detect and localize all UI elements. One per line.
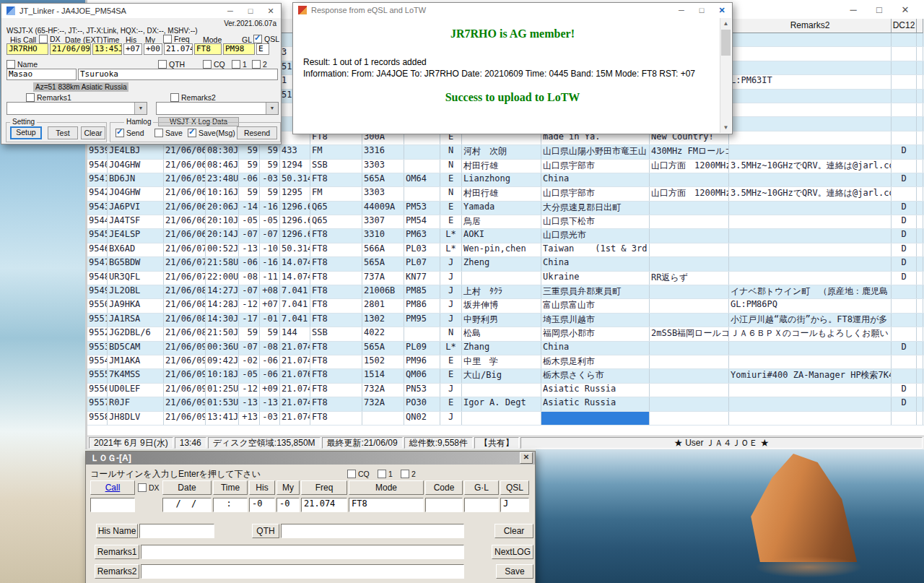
log-cell-qth[interactable]: 山口県山陽小野田市竜王山: [541, 145, 650, 158]
log-cell-freq[interactable]: 1295: [280, 187, 310, 200]
log-cell-time[interactable]: 08:30J: [206, 145, 239, 158]
log-cell-date[interactable]: 21/06/09: [164, 342, 206, 355]
log-mode-input[interactable]: FT8: [349, 498, 424, 512]
column-header-rem2[interactable]: Remarks2: [729, 19, 892, 33]
log-cell-name[interactable]: Lianzhong: [462, 173, 541, 186]
log-cell-rem2[interactable]: [729, 342, 892, 355]
gl-field[interactable]: PM98: [223, 43, 255, 55]
log-cell-rem2[interactable]: [729, 33, 892, 46]
log-cell-freq[interactable]: 21.076: [280, 369, 310, 382]
log-cell-name[interactable]: Wen-pin,chen: [462, 243, 541, 256]
log-cell-freq[interactable]: 144: [280, 327, 310, 340]
log-cell-flag[interactable]: J: [440, 285, 462, 298]
log-cell-my[interactable]: -06: [260, 369, 280, 382]
log-cell-mode[interactable]: FT8: [310, 397, 362, 410]
log-cell-fill[interactable]: [917, 342, 923, 355]
jt-minimize-button[interactable]: ─: [220, 7, 240, 15]
log-cell-rem2[interactable]: 3.5MHz~10GHzでQRV。連絡は@jarl.com: [729, 187, 892, 200]
log-cell-rem2[interactable]: L:PM63IT: [729, 75, 892, 88]
log-cell-time[interactable]: 21:50J: [206, 327, 239, 340]
log-cell-my[interactable]: -03: [260, 173, 280, 186]
log-cell-fill[interactable]: [917, 202, 923, 215]
log-cell-my[interactable]: +08: [260, 285, 280, 298]
log-cell-fill[interactable]: [917, 187, 923, 200]
log-cell-code[interactable]: 565A: [362, 342, 404, 355]
log-cell-time[interactable]: 21:58U: [206, 257, 239, 270]
log-cell-rem2[interactable]: Yomiuri#400 ZA-Manager HP検索7K4MSS: [729, 369, 892, 382]
log-cell-rem2[interactable]: [729, 229, 892, 242]
nextlog-button[interactable]: NextLOG: [492, 545, 533, 559]
main-maximize-button[interactable]: □: [866, 4, 892, 15]
log-cell-his[interactable]: -12: [239, 299, 260, 312]
log-cell-freq[interactable]: 14.074: [280, 257, 310, 270]
log-cell-gl[interactable]: PM96: [404, 355, 440, 368]
log-cell-fill[interactable]: [917, 131, 923, 144]
log-cell-date[interactable]: 21/06/07: [164, 257, 206, 270]
log-cell-code[interactable]: [362, 412, 404, 425]
log-cell-gl[interactable]: PM54: [404, 215, 440, 228]
test-button[interactable]: Test: [48, 126, 78, 139]
log-cell-mode[interactable]: FT8: [310, 342, 362, 355]
log-cell-num[interactable]: 9558: [87, 412, 108, 425]
log-col-time-button[interactable]: Time: [213, 480, 248, 495]
one-checkbox[interactable]: [232, 60, 240, 69]
log-cell-name[interactable]: Zhang: [462, 342, 541, 355]
log-cell-date[interactable]: 21/06/08: [164, 299, 206, 312]
log-cell-mode[interactable]: FT8: [310, 229, 362, 242]
two-checkbox[interactable]: [252, 60, 261, 69]
log-cell-flag[interactable]: E: [440, 397, 462, 410]
log-cell-mode[interactable]: FT8: [310, 369, 362, 382]
log-cell-freq[interactable]: 1296.6: [280, 229, 310, 242]
log-cell-qth[interactable]: Ukraine: [541, 272, 650, 285]
freq-field[interactable]: 21.074: [164, 43, 193, 55]
dx-checkbox[interactable]: [39, 35, 48, 43]
log-cell-fill[interactable]: [917, 160, 923, 173]
log-cell-flag[interactable]: N: [440, 160, 462, 173]
qsl-checkbox[interactable]: [253, 35, 262, 43]
log-cell-dc[interactable]: D: [892, 384, 917, 397]
log-cell-rem2[interactable]: [729, 202, 892, 215]
log-cell-fill[interactable]: [917, 384, 923, 397]
log-cell-freq[interactable]: 1296.6: [280, 215, 310, 228]
his-name-input[interactable]: [139, 524, 214, 538]
log-cell-dc[interactable]: D: [892, 342, 917, 355]
log-cell-rem1[interactable]: [650, 257, 729, 270]
log-cell-code[interactable]: 44009A: [362, 202, 404, 215]
log-cell-name[interactable]: AOKI: [462, 229, 541, 242]
log-cell-qth[interactable]: 山口県下松市: [541, 215, 650, 228]
log-cell-rem1[interactable]: 山口方面 1200MHz SSBロールコ: [650, 160, 729, 173]
remarks2-checkbox[interactable]: [170, 93, 179, 102]
log-cell-code[interactable]: 737A: [362, 272, 404, 285]
clear-button-jt[interactable]: Clear: [81, 126, 105, 139]
log-col-my-button[interactable]: My: [276, 480, 300, 495]
log-cell-call[interactable]: UR3QFL: [108, 272, 164, 285]
log-cell-date[interactable]: 21/06/07: [164, 272, 206, 285]
log-cell-num[interactable]: 9545: [87, 229, 108, 242]
log-freq-input[interactable]: 21.074: [301, 498, 347, 512]
log-cell-rem2[interactable]: GL:PM86PQ: [729, 299, 892, 312]
log-cell-his[interactable]: -13: [239, 243, 260, 256]
log-his-input[interactable]: -0: [249, 498, 275, 512]
log-cell-flag[interactable]: J: [440, 257, 462, 270]
log-cell-rem1[interactable]: [650, 173, 729, 186]
log-cell-rem1[interactable]: 430MHz FMロールコール: [650, 145, 729, 158]
log-cell-name[interactable]: 坂井伸博: [462, 299, 541, 312]
log-cell-his[interactable]: 59: [239, 160, 260, 173]
log-cell-fill[interactable]: [917, 173, 923, 186]
log-col-date-button[interactable]: Date: [162, 480, 212, 495]
log-cell-rem1[interactable]: [650, 314, 729, 327]
log-cell-num[interactable]: 9553: [87, 342, 108, 355]
log-cell-rem1[interactable]: [650, 215, 729, 228]
log-cell-time[interactable]: 01:53U: [206, 397, 239, 410]
log-cell-freq[interactable]: 7.041: [280, 299, 310, 312]
log-col-code-button[interactable]: Code: [425, 480, 463, 495]
log-cell-num[interactable]: 9549: [87, 285, 108, 298]
log-cell-gl[interactable]: KN77: [404, 272, 440, 285]
mode-field[interactable]: FT8: [194, 43, 222, 55]
log-cell-rem1[interactable]: [650, 285, 729, 298]
log-cell-dc[interactable]: [892, 327, 917, 340]
log-cell-time[interactable]: 20:06J: [206, 202, 239, 215]
log-code-input[interactable]: [425, 498, 463, 512]
log-cell-qth[interactable]: 富山県富山市: [541, 299, 650, 312]
log-cell-code[interactable]: 3310: [362, 229, 404, 242]
